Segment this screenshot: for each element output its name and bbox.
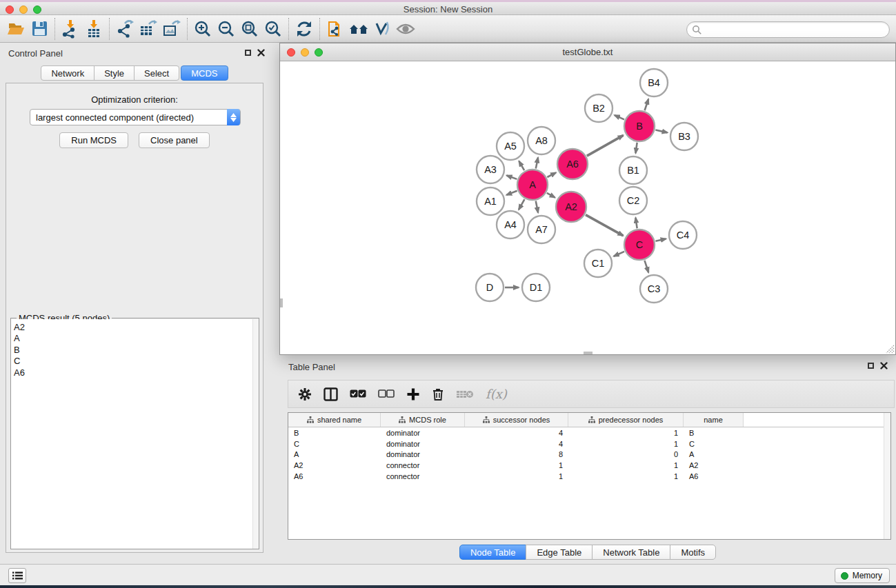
zoom-out-button[interactable] <box>215 17 238 41</box>
resize-grip-icon[interactable] <box>886 345 895 354</box>
graph-node-C1[interactable]: C1 <box>584 250 612 277</box>
cell-name[interactable]: A <box>684 450 744 458</box>
tab-style[interactable]: Style <box>94 65 135 81</box>
result-item-b[interactable]: B <box>14 345 259 356</box>
cell-name[interactable]: C <box>684 440 744 448</box>
graph-node-A1[interactable]: A1 <box>477 187 504 215</box>
edge-A-A7[interactable] <box>536 201 538 213</box>
cell-mcds-role[interactable]: dominator <box>381 440 465 448</box>
select-all-button[interactable] <box>350 389 366 398</box>
cell-predecessor-nodes[interactable]: 1 <box>568 429 684 437</box>
network-graph[interactable]: AA1A3A5A8A4A7A6A2BB2B4B3B1CC2C4C1C3DD1 <box>280 61 895 354</box>
canvas-hscroll-mark[interactable] <box>584 352 593 354</box>
canvas-vscroll-mark[interactable] <box>280 298 283 307</box>
delete-table-button[interactable] <box>456 389 474 400</box>
column-header-name[interactable]: name <box>684 413 744 427</box>
home-view-button[interactable] <box>347 17 370 41</box>
zoom-fit-button[interactable] <box>238 17 261 41</box>
graph-node-A4[interactable]: A4 <box>497 211 524 239</box>
cell-shared-name[interactable]: C <box>288 440 381 448</box>
result-item-c[interactable]: C <box>14 356 259 367</box>
graph-node-A3[interactable]: A3 <box>477 156 504 183</box>
save-session-button[interactable] <box>28 17 51 41</box>
cell-shared-name[interactable]: B <box>288 429 381 437</box>
tab-edge-table[interactable]: Edge Table <box>526 545 593 560</box>
refresh-button[interactable] <box>292 17 316 41</box>
cell-shared-name[interactable]: A6 <box>288 472 381 480</box>
export-network-button[interactable] <box>113 17 137 41</box>
network-from-file-button[interactable] <box>323 17 347 41</box>
close-panel-button[interactable]: Close panel <box>139 132 210 148</box>
close-table-panel-icon[interactable] <box>880 362 888 369</box>
tab-select[interactable]: Select <box>134 65 179 81</box>
cell-shared-name[interactable]: A2 <box>288 461 381 469</box>
edge-B-B2[interactable] <box>615 115 624 119</box>
tab-network[interactable]: Network <box>41 65 94 81</box>
column-header-predecessor-nodes[interactable]: predecessor nodes <box>568 413 684 427</box>
cell-successor-nodes[interactable]: 4 <box>465 440 568 448</box>
graph-node-A6[interactable]: A6 <box>557 149 588 179</box>
edge-C-C4[interactable] <box>655 239 666 241</box>
graph-node-A[interactable]: A <box>517 170 548 200</box>
edge-A-A4[interactable] <box>519 199 524 210</box>
graph-node-A8[interactable]: A8 <box>528 127 555 154</box>
column-header-mcds-role[interactable]: MCDS role <box>381 413 465 427</box>
graph-node-B4[interactable]: B4 <box>640 69 668 97</box>
graph-node-C2[interactable]: C2 <box>619 187 647 214</box>
cell-name[interactable]: A2 <box>684 461 744 469</box>
column-header-shared-name[interactable]: shared name <box>288 413 381 427</box>
result-item-a6[interactable]: A6 <box>14 367 259 378</box>
edge-C-C2[interactable] <box>635 218 637 228</box>
open-file-button[interactable] <box>4 17 28 41</box>
tab-mcds[interactable]: MCDS <box>181 65 228 81</box>
cell-predecessor-nodes[interactable]: 1 <box>568 461 684 469</box>
tab-network-table[interactable]: Network Table <box>592 545 670 560</box>
cell-mcds-role[interactable]: dominator <box>381 429 465 437</box>
import-network-button[interactable] <box>59 17 82 41</box>
edge-A2-C[interactable] <box>586 215 623 236</box>
delete-column-button[interactable] <box>432 387 444 401</box>
table-row[interactable]: Bdominator41B <box>288 427 890 438</box>
edge-B-B1[interactable] <box>635 143 637 153</box>
graph-node-B2[interactable]: B2 <box>585 94 613 122</box>
table-row[interactable]: Adominator80A <box>288 449 890 460</box>
memory-button[interactable]: Memory <box>835 568 890 583</box>
float-panel-icon[interactable] <box>245 50 251 56</box>
show-columns-button[interactable] <box>323 387 338 401</box>
cell-mcds-role[interactable]: dominator <box>381 450 465 458</box>
function-builder-button[interactable]: f(x) <box>486 387 507 401</box>
table-scrollbar[interactable] <box>884 413 890 539</box>
add-column-button[interactable] <box>406 387 420 401</box>
export-image-button[interactable] <box>160 17 183 41</box>
edge-A-A5[interactable] <box>519 161 524 170</box>
cell-name[interactable]: B <box>684 429 744 437</box>
table-row[interactable]: A2connector11A2 <box>288 460 890 471</box>
network-window-titlebar[interactable]: testGlobe.txt <box>280 43 895 61</box>
result-list-scrollbar[interactable] <box>252 319 259 549</box>
edge-A-A3[interactable] <box>507 175 517 179</box>
cell-mcds-role[interactable]: connector <box>381 461 465 469</box>
graph-node-A2[interactable]: A2 <box>556 192 586 222</box>
edge-A-A1[interactable] <box>506 191 517 195</box>
zoom-in-button[interactable] <box>191 17 215 41</box>
graph-node-C3[interactable]: C3 <box>640 275 668 303</box>
cell-name[interactable]: A6 <box>684 472 744 480</box>
cell-successor-nodes[interactable]: 4 <box>465 429 568 437</box>
graph-node-B3[interactable]: B3 <box>670 123 698 150</box>
close-panel-icon[interactable] <box>257 49 265 57</box>
table-row[interactable]: Cdominator41C <box>288 438 890 449</box>
show-graphics-details-button[interactable] <box>394 17 417 41</box>
cell-shared-name[interactable]: A <box>288 450 381 458</box>
graph-node-B[interactable]: B <box>624 111 655 141</box>
result-item-a2[interactable]: A2 <box>14 322 259 333</box>
edge-A-A2[interactable] <box>547 193 555 198</box>
search-input[interactable] <box>686 21 890 38</box>
cell-successor-nodes[interactable]: 8 <box>465 450 568 458</box>
run-mcds-button[interactable]: Run MCDS <box>59 132 128 148</box>
edge-C-C1[interactable] <box>614 252 624 256</box>
column-header-successor-nodes[interactable]: successor nodes <box>465 413 568 427</box>
optimization-criterion-select[interactable]: largest connected component (directed) <box>30 109 241 125</box>
float-table-panel-icon[interactable] <box>868 363 874 369</box>
column-settings-button[interactable] <box>298 387 312 401</box>
edge-C-C3[interactable] <box>644 261 648 272</box>
